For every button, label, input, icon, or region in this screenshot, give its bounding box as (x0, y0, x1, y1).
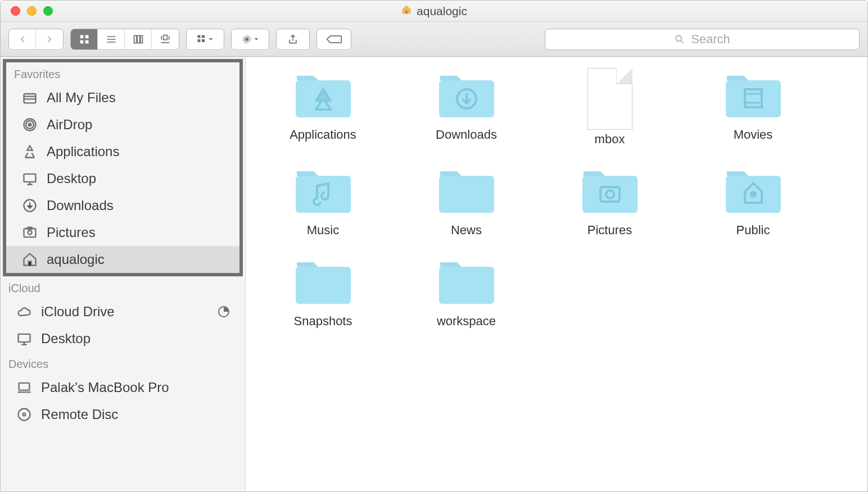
applications-icon (21, 143, 39, 161)
folder-icon (292, 68, 354, 122)
share-button-group (276, 29, 310, 50)
view-mode-buttons (70, 29, 179, 50)
icon-view-button[interactable] (71, 29, 98, 49)
arrange-button[interactable] (187, 29, 224, 49)
svg-rect-4 (85, 40, 88, 43)
folder-icon (436, 68, 498, 122)
sidebar-item-pictures[interactable]: Pictures (6, 219, 239, 246)
file-item[interactable]: Downloads (400, 68, 532, 147)
file-label: Applications (290, 127, 356, 142)
svg-rect-26 (19, 383, 30, 390)
sidebar-item-label: Palak’s MacBook Pro (41, 380, 169, 395)
sidebar: FavoritesAll My FilesAirDropApplications… (1, 57, 246, 491)
sidebar-item-label: Applications (47, 144, 119, 160)
svg-rect-8 (164, 35, 168, 39)
sidebar-item-label: Remote Disc (41, 407, 118, 422)
list-view-button[interactable] (98, 29, 125, 49)
sidebar-item-palak-s-macbook-pro[interactable]: Palak’s MacBook Pro (1, 374, 245, 401)
share-button[interactable] (277, 29, 309, 49)
search-icon (674, 34, 685, 45)
desktop-icon (15, 330, 33, 348)
sidebar-item-icloud-drive[interactable]: iCloud Drive (1, 298, 245, 325)
file-item[interactable]: News (400, 163, 532, 238)
sidebar-item-all-my-files[interactable]: All My Files (6, 84, 239, 111)
svg-rect-0 (405, 11, 407, 14)
chevron-down-icon (207, 36, 214, 43)
window-title: aqualogic (1, 4, 867, 18)
nav-buttons (8, 29, 64, 50)
arrange-button-group (186, 29, 224, 50)
window-zoom-button[interactable] (43, 6, 53, 16)
content-area: Applications Downloadsmbox Movies Music … (246, 57, 867, 491)
sidebar-item-airdrop[interactable]: AirDrop (6, 111, 239, 138)
sidebar-item-label: AirDrop (47, 117, 92, 133)
downloads-icon (21, 197, 39, 215)
forward-button[interactable] (36, 29, 63, 49)
sidebar-item-desktop[interactable]: Desktop (1, 325, 245, 352)
document-icon (587, 68, 632, 130)
gear-icon (241, 33, 253, 45)
sidebar-item-label: aqualogic (47, 252, 105, 267)
file-item[interactable]: Applications (257, 68, 389, 147)
svg-point-40 (750, 191, 757, 198)
desktop-icon (21, 170, 39, 188)
disc-icon (15, 406, 33, 423)
folder-icon (579, 163, 641, 217)
svg-rect-15 (24, 94, 36, 103)
sidebar-item-label: All My Files (47, 90, 116, 106)
share-icon (287, 33, 299, 45)
file-item[interactable]: Music (257, 163, 389, 238)
sidebar-item-label: iCloud Drive (41, 304, 115, 320)
svg-rect-41 (296, 267, 351, 304)
svg-rect-1 (80, 35, 83, 38)
action-button[interactable] (232, 29, 269, 49)
svg-rect-19 (24, 174, 36, 182)
svg-rect-3 (80, 40, 83, 43)
coverflow-view-button[interactable] (152, 29, 179, 49)
file-item[interactable]: Movies (687, 68, 819, 147)
svg-rect-36 (582, 176, 638, 213)
back-button[interactable] (9, 29, 36, 49)
sidebar-item-applications[interactable]: Applications (6, 138, 239, 165)
svg-rect-42 (439, 267, 494, 304)
file-item[interactable]: workspace (400, 254, 532, 329)
file-item[interactable]: Public (687, 163, 819, 238)
toolbar: Search (1, 22, 867, 57)
folder-icon (292, 163, 354, 217)
file-item[interactable]: mbox (544, 68, 676, 147)
sidebar-item-remote-disc[interactable]: Remote Disc (1, 401, 245, 428)
folder-icon (436, 254, 498, 308)
folder-icon (722, 163, 784, 217)
titlebar: aqualogic (1, 1, 867, 22)
column-view-button[interactable] (125, 29, 152, 49)
file-label: Music (307, 223, 339, 238)
svg-point-14 (676, 35, 681, 41)
file-label: Pictures (587, 223, 632, 238)
search-field[interactable]: Search (545, 29, 860, 50)
window-close-button[interactable] (11, 6, 20, 16)
svg-point-28 (23, 413, 26, 416)
folder-icon (722, 68, 784, 122)
sidebar-item-desktop[interactable]: Desktop (6, 165, 239, 192)
file-item[interactable]: Pictures (544, 163, 676, 238)
chevron-down-icon (253, 36, 260, 43)
tag-icon (326, 34, 342, 45)
svg-point-22 (28, 231, 32, 235)
home-icon (401, 4, 412, 18)
file-label: Downloads (436, 127, 497, 142)
svg-rect-25 (19, 334, 30, 342)
search-placeholder: Search (691, 32, 730, 47)
airdrop-icon (21, 116, 39, 134)
tags-button-group (317, 29, 351, 50)
svg-point-27 (19, 409, 30, 421)
sidebar-item-aqualogic[interactable]: aqualogic (6, 246, 239, 273)
file-label: workspace (437, 314, 496, 329)
sidebar-item-label: Downloads (47, 198, 114, 213)
sidebar-item-downloads[interactable]: Downloads (6, 192, 239, 219)
svg-rect-9 (198, 35, 201, 38)
svg-rect-35 (439, 176, 494, 213)
window-minimize-button[interactable] (27, 6, 37, 16)
file-label: Snapshots (294, 314, 352, 329)
file-item[interactable]: Snapshots (257, 254, 389, 329)
tags-button[interactable] (317, 29, 351, 49)
